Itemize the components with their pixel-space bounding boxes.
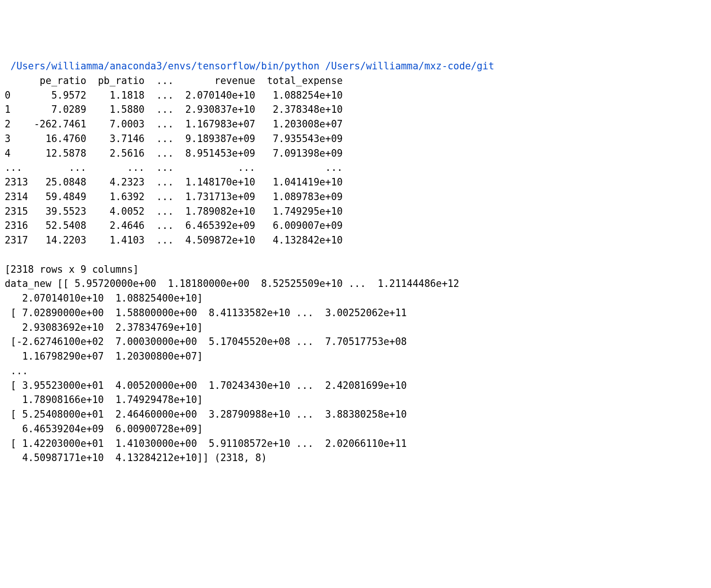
dataframe-row: 2316 52.5408 2.4646 ... 6.465392e+09 6.0… — [5, 220, 343, 231]
dataframe-row: 2317 14.2203 1.4103 ... 4.509872e+10 4.1… — [5, 235, 343, 246]
array-line: ... — [5, 365, 28, 377]
array-line: [ 5.25408000e+01 2.46460000e+00 3.287909… — [5, 409, 407, 420]
array-line: [ 3.95523000e+01 4.00520000e+00 1.702434… — [5, 380, 407, 391]
array-line: 2.07014010e+10 1.08825400e+10] — [5, 293, 203, 304]
array-line: 6.46539204e+09 6.00900728e+09] — [5, 423, 203, 435]
array-line: 2.93083692e+10 2.37834769e+10] — [5, 322, 203, 333]
array-line: 1.78908166e+10 1.74929478e+10] — [5, 394, 203, 405]
array-line: data_new [[ 5.95720000e+00 1.18180000e+0… — [5, 278, 459, 289]
dataframe-header: pe_ratio pb_ratio ... revenue total_expe… — [5, 75, 343, 86]
dataframe-row: 2315 39.5523 4.0052 ... 1.789082e+10 1.7… — [5, 206, 343, 217]
array-line: 1.16798290e+07 1.20300800e+07] — [5, 351, 203, 362]
terminal-output: /Users/williamma/anaconda3/envs/tensorfl… — [0, 58, 711, 466]
dataframe-row: ... ... ... ... ... ... — [5, 162, 343, 173]
array-line: [-2.62746100e+02 7.00030000e+00 5.170455… — [5, 336, 407, 347]
dataframe-row: 0 5.9572 1.1818 ... 2.070140e+10 1.08825… — [5, 90, 343, 101]
dataframe-row: 3 16.4760 3.7146 ... 9.189387e+09 7.9355… — [5, 133, 343, 144]
dataframe-shape: [2318 rows x 9 columns] — [5, 264, 139, 275]
dataframe-row: 2314 59.4849 1.6392 ... 1.731713e+09 1.0… — [5, 191, 343, 202]
array-line: [ 7.02890000e+00 1.58800000e+00 8.411335… — [5, 307, 407, 319]
dataframe-row: 4 12.5878 2.5616 ... 8.951453e+09 7.0913… — [5, 148, 343, 159]
dataframe-row: 2313 25.0848 4.2323 ... 1.148170e+10 1.0… — [5, 176, 343, 188]
dataframe-row: 1 7.0289 1.5880 ... 2.930837e+10 2.37834… — [5, 104, 343, 115]
array-line: [ 1.42203000e+01 1.41030000e+00 5.911085… — [5, 438, 407, 449]
dataframe-row: 2 -262.7461 7.0003 ... 1.167983e+07 1.20… — [5, 118, 343, 130]
command-line: /Users/williamma/anaconda3/envs/tensorfl… — [5, 60, 494, 72]
array-line: 4.50987171e+10 4.13284212e+10]] (2318, 8… — [5, 452, 267, 463]
